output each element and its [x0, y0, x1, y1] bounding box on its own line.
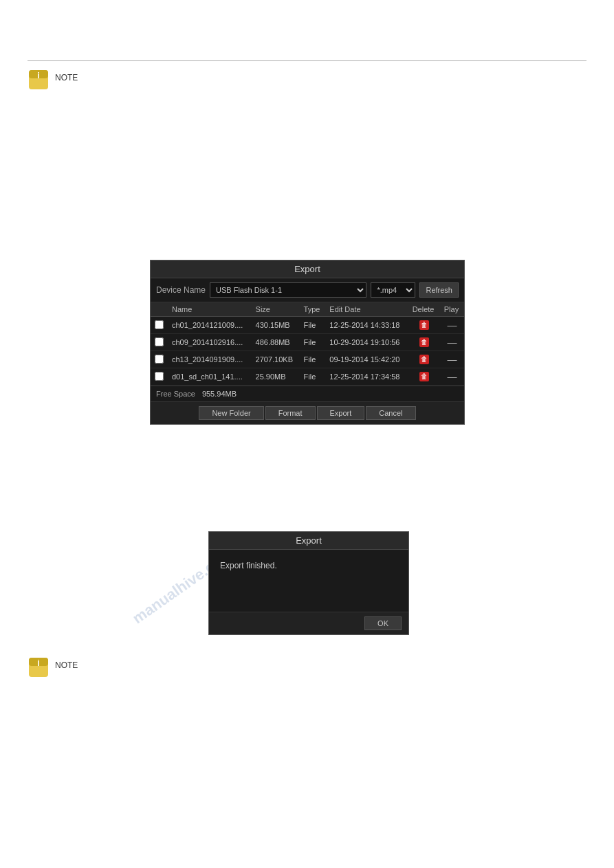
- row-delete-1[interactable]: 🗑: [408, 334, 440, 351]
- row-play-3[interactable]: —: [440, 368, 464, 386]
- note-icon-1: i: [28, 69, 50, 91]
- free-space-row: Free Space 955.94MB: [151, 386, 464, 401]
- row-checkbox-2[interactable]: [155, 355, 164, 364]
- delete-icon-3[interactable]: 🗑: [419, 372, 429, 381]
- play-icon-3[interactable]: —: [447, 371, 457, 382]
- delete-icon-0[interactable]: 🗑: [419, 320, 429, 330]
- row-play-2[interactable]: —: [440, 351, 464, 368]
- free-space-label: Free Space: [156, 390, 195, 398]
- row-name-3: d01_sd_ch01_141....: [168, 368, 252, 386]
- file-table: Name Size Type Edit Date Delete Play ch0…: [151, 302, 464, 386]
- delete-icon-1[interactable]: 🗑: [419, 337, 429, 347]
- row-type-1: File: [300, 334, 326, 351]
- top-divider: [28, 60, 586, 61]
- table-row: d01_sd_ch01_141....25.90MBFile12-25-2014…: [151, 368, 464, 386]
- free-space-value: 955.94MB: [202, 390, 237, 398]
- table-row: ch01_2014121009....430.15MBFile12-25-201…: [151, 317, 464, 334]
- table-row: ch09_2014102916....486.88MBFile10-29-201…: [151, 334, 464, 351]
- row-checkbox-0[interactable]: [155, 320, 164, 329]
- note-block-1: i NOTE: [28, 69, 78, 91]
- col-size: Size: [252, 302, 300, 317]
- note-block-2: i NOTE: [28, 656, 78, 678]
- finished-dialog-body: Export finished.: [209, 550, 408, 612]
- format-button[interactable]: Format: [265, 406, 316, 420]
- finished-dialog: Export Export finished. OK: [208, 531, 409, 635]
- file-table-area: Name Size Type Edit Date Delete Play ch0…: [151, 302, 464, 386]
- row-edit-date-2: 09-19-2014 15:42:20: [325, 351, 408, 368]
- export-dialog-title: Export: [151, 260, 464, 278]
- play-icon-1[interactable]: —: [447, 337, 457, 348]
- row-name-2: ch13_2014091909....: [168, 351, 252, 368]
- col-checkbox: [151, 302, 168, 317]
- col-name: Name: [168, 302, 252, 317]
- row-checkbox-3[interactable]: [155, 372, 164, 381]
- note-icon-2: i: [28, 656, 50, 678]
- row-edit-date-1: 10-29-2014 19:10:56: [325, 334, 408, 351]
- ok-button[interactable]: OK: [364, 616, 402, 630]
- row-size-1: 486.88MB: [252, 334, 300, 351]
- export-dialog-buttons: New Folder Format Export Cancel: [151, 401, 464, 424]
- finished-dialog-footer: OK: [209, 612, 408, 634]
- row-name-1: ch09_2014102916....: [168, 334, 252, 351]
- row-delete-0[interactable]: 🗑: [408, 317, 440, 334]
- finished-dialog-title: Export: [209, 532, 408, 550]
- svg-text:i: i: [37, 71, 39, 80]
- row-checkbox-1[interactable]: [155, 337, 164, 346]
- row-type-2: File: [300, 351, 326, 368]
- export-button[interactable]: Export: [317, 406, 365, 420]
- row-edit-date-3: 12-25-2014 17:34:58: [325, 368, 408, 386]
- row-size-0: 430.15MB: [252, 317, 300, 334]
- delete-icon-2[interactable]: 🗑: [419, 355, 429, 364]
- table-row: ch13_2014091909....2707.10KBFile09-19-20…: [151, 351, 464, 368]
- row-type-3: File: [300, 368, 326, 386]
- export-toolbar: Device Name USB Flash Disk 1-1 *.mp4 Ref…: [151, 278, 464, 302]
- row-size-3: 25.90MB: [252, 368, 300, 386]
- new-folder-button[interactable]: New Folder: [199, 406, 263, 420]
- cancel-button[interactable]: Cancel: [366, 406, 415, 420]
- row-play-0[interactable]: —: [440, 317, 464, 334]
- row-name-0: ch01_2014121009....: [168, 317, 252, 334]
- row-edit-date-0: 12-25-2014 14:33:18: [325, 317, 408, 334]
- export-dialog: Export Device Name USB Flash Disk 1-1 *.…: [150, 260, 465, 425]
- row-delete-2[interactable]: 🗑: [408, 351, 440, 368]
- col-delete: Delete: [408, 302, 440, 317]
- row-size-2: 2707.10KB: [252, 351, 300, 368]
- device-name-select[interactable]: USB Flash Disk 1-1: [210, 282, 366, 298]
- note-label-2: NOTE: [55, 656, 78, 671]
- row-delete-3[interactable]: 🗑: [408, 368, 440, 386]
- col-edit-date: Edit Date: [325, 302, 408, 317]
- col-type: Type: [300, 302, 326, 317]
- table-header-row: Name Size Type Edit Date Delete Play: [151, 302, 464, 317]
- refresh-button[interactable]: Refresh: [419, 282, 459, 298]
- row-play-1[interactable]: —: [440, 334, 464, 351]
- row-type-0: File: [300, 317, 326, 334]
- format-select[interactable]: *.mp4: [371, 282, 415, 298]
- note-label-1: NOTE: [55, 69, 78, 84]
- device-name-label: Device Name: [156, 285, 206, 295]
- svg-text:i: i: [37, 658, 39, 668]
- col-play: Play: [440, 302, 464, 317]
- play-icon-2[interactable]: —: [447, 354, 457, 365]
- play-icon-0[interactable]: —: [447, 320, 457, 331]
- finished-message: Export finished.: [220, 561, 277, 570]
